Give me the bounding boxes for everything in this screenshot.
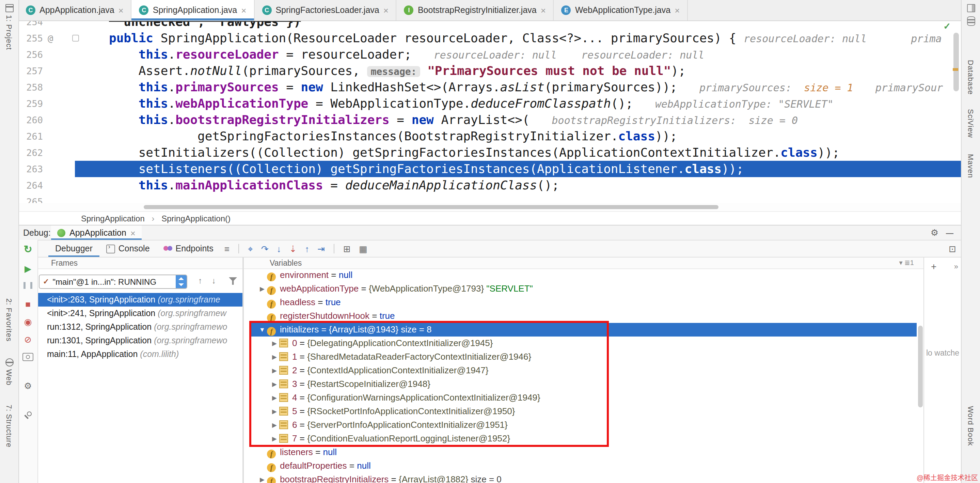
tab-debugger[interactable]: Debugger <box>48 241 99 257</box>
thread-selector[interactable]: "main"@1 in...in": RUNNING <box>39 274 187 289</box>
tool-windows-icon[interactable] <box>962 4 980 12</box>
variable-row[interactable]: flisteners = null <box>244 446 923 459</box>
scrollbar-thumb[interactable] <box>144 205 719 209</box>
line-number[interactable]: 265 <box>18 193 43 203</box>
database-tool-icon[interactable] <box>962 16 980 26</box>
layout-settings-icon[interactable] <box>949 244 956 254</box>
expand-arrow-icon[interactable]: ▶ <box>270 391 279 405</box>
variable-row[interactable]: ▶3 = {RestartScopeInitializer@1948} <box>244 378 923 391</box>
variables-scrollbar[interactable] <box>918 326 923 407</box>
stripe-item-maven[interactable]: Maven <box>962 154 980 178</box>
tab-endpoints[interactable]: Endpoints <box>157 241 220 257</box>
expand-arrow-icon[interactable]: ▶ <box>258 282 267 296</box>
show-execution-point-icon[interactable]: ⌖ <box>248 244 253 253</box>
stripe-item-7-structure[interactable]: 7: Structure <box>0 405 18 448</box>
minimize-icon[interactable] <box>946 225 953 241</box>
variable-row[interactable]: fenvironment = null <box>244 268 923 282</box>
step-over-icon[interactable]: ↷ <box>261 244 269 253</box>
debug-session-tab[interactable]: AppApplication <box>51 225 142 241</box>
code-line[interactable]: 255@public SpringApplication(ResourceLoa… <box>18 30 962 46</box>
line-number[interactable]: 263 <box>18 161 43 177</box>
variable-row[interactable]: ▶7 = {ConditionEvaluationReportLoggingLi… <box>244 432 923 446</box>
line-number[interactable]: 256 <box>18 46 43 63</box>
rerun-icon[interactable]: ↻ <box>18 244 37 254</box>
close-icon[interactable] <box>130 228 135 238</box>
expand-arrow-icon[interactable]: ▶ <box>270 418 279 432</box>
code-area[interactable]: 254 "unchecked", "rawtypes"})255@public … <box>18 21 962 203</box>
variable-row[interactable]: ▶fwebApplicationType = {WebApplicationTy… <box>244 282 923 296</box>
code-line[interactable]: 265 <box>18 193 962 203</box>
stripe-item-database[interactable]: Database <box>962 60 980 95</box>
evaluate-expression-icon[interactable]: ⊞ <box>343 244 351 253</box>
fold-marker-icon[interactable] <box>72 35 79 41</box>
variable-row[interactable]: ▶1 = {SharedMetadataReaderFactoryContext… <box>244 350 923 364</box>
expand-arrow-icon[interactable]: ▶ <box>270 432 279 446</box>
stop-icon[interactable]: ■ <box>18 300 37 309</box>
stripe-item-web[interactable]: Web <box>0 358 18 386</box>
code-line[interactable]: 257 Assert.notNull(primarySources, messa… <box>18 63 962 79</box>
variable-row[interactable]: ▶4 = {ConfigurationWarningsApplicationCo… <box>244 391 923 405</box>
close-icon[interactable] <box>118 6 124 14</box>
force-step-into-icon[interactable]: ⇣ <box>289 244 297 253</box>
stripe-item-1-project[interactable]: 1: Project <box>0 4 18 50</box>
variable-row[interactable]: ▶fbootstrapRegistryInitializers = {Array… <box>244 473 923 483</box>
stripe-item-2-favorites[interactable]: 2: Favorites <box>0 298 18 342</box>
editor-tab[interactable]: CAppApplication.java <box>18 0 132 21</box>
tab-console[interactable]: Console <box>99 241 157 257</box>
variable-row[interactable]: ▶2 = {ContextIdApplicationContextInitial… <box>244 364 923 378</box>
line-number[interactable]: 255 <box>18 30 43 46</box>
variable-row[interactable]: ▶5 = {RSocketPortInfoApplicationContextI… <box>244 405 923 418</box>
frame-row[interactable]: main:11, AppApplication (com.lilith) <box>37 348 242 361</box>
code-line[interactable]: 261 getSpringFactoriesInstances(Bootstra… <box>18 128 962 144</box>
scrollbar-thumb[interactable] <box>953 33 959 91</box>
warning-stripe-mark[interactable] <box>953 68 958 71</box>
variable-row[interactable]: fheadless = true <box>244 296 923 309</box>
code-line[interactable]: 264 this.mainApplicationClass = deduceMa… <box>18 177 962 193</box>
inspections-ok-icon[interactable] <box>943 21 951 31</box>
code-line[interactable]: 258 this.primarySources = new LinkedHash… <box>18 79 962 96</box>
pause-icon[interactable] <box>24 282 32 289</box>
expand-arrow-icon[interactable]: ▶ <box>270 350 279 364</box>
line-number[interactable]: 264 <box>18 177 43 193</box>
view-breakpoints-icon[interactable]: ◉ <box>18 317 37 326</box>
expand-arrow-icon[interactable]: ▶ <box>258 473 267 483</box>
editor-tab[interactable]: CSpringApplication.java <box>132 0 255 21</box>
view-options-icon[interactable]: ≡ <box>224 244 229 253</box>
frame-row[interactable]: run:1301, SpringApplication (org.springf… <box>37 334 242 348</box>
code-line[interactable]: 256 this.resourceLoader = resourceLoader… <box>18 46 962 63</box>
settings-gear-icon[interactable] <box>931 225 939 241</box>
variables-options-icon[interactable] <box>899 258 914 268</box>
expand-arrow-icon[interactable]: ▶ <box>270 405 279 418</box>
add-watch-icon[interactable] <box>931 261 936 272</box>
line-number[interactable]: 259 <box>18 96 43 112</box>
line-number[interactable]: 260 <box>18 112 43 128</box>
close-icon[interactable] <box>541 6 546 14</box>
close-icon[interactable] <box>675 6 680 14</box>
settings-gear-icon[interactable]: ⚙ <box>18 381 37 391</box>
filter-icon[interactable] <box>229 277 237 285</box>
mute-breakpoints-icon[interactable]: ⊘ <box>18 335 37 344</box>
variable-row[interactable]: ▼finitializers = {ArrayList@1943} size =… <box>244 323 923 336</box>
next-frame-icon[interactable] <box>212 276 216 285</box>
editor-tab[interactable]: CSpringFactoriesLoader.java <box>255 0 397 21</box>
line-number[interactable]: 262 <box>18 144 43 161</box>
variable-row[interactable]: ▶6 = {ServerPortInfoApplicationContextIn… <box>244 418 923 432</box>
editor-vertical-scrollbar[interactable] <box>952 21 960 203</box>
breadcrumb-class[interactable]: SpringApplication <box>81 214 145 223</box>
frame-row[interactable]: run:1312, SpringApplication (org.springf… <box>37 320 242 334</box>
editor-tab[interactable]: IBootstrapRegistryInitializer.java <box>397 0 554 21</box>
expand-arrow-icon[interactable]: ▼ <box>258 323 267 336</box>
code-line[interactable]: 263 setListeners((Collection) getSpringF… <box>18 161 962 177</box>
code-line[interactable]: 262 setInitializers((Collection) getSpri… <box>18 144 962 161</box>
code-line[interactable]: 260 this.bootstrapRegistryInitializers =… <box>18 112 962 128</box>
memory-view-icon[interactable]: ▦ <box>359 244 368 253</box>
expand-watches-icon[interactable] <box>954 262 958 271</box>
editor-tab[interactable]: EWebApplicationType.java <box>554 0 688 21</box>
variable-row[interactable]: fdefaultProperties = null <box>244 459 923 473</box>
breadcrumb-method[interactable]: SpringApplication() <box>161 214 231 223</box>
stripe-item-word-book[interactable]: Word Book <box>962 406 980 446</box>
close-icon[interactable] <box>383 6 388 14</box>
line-number[interactable]: 261 <box>18 128 43 144</box>
code-line[interactable]: 254 "unchecked", "rawtypes"}) <box>18 21 962 30</box>
variable-row[interactable]: ▶0 = {DelegatingApplicationContextInitia… <box>244 336 923 350</box>
